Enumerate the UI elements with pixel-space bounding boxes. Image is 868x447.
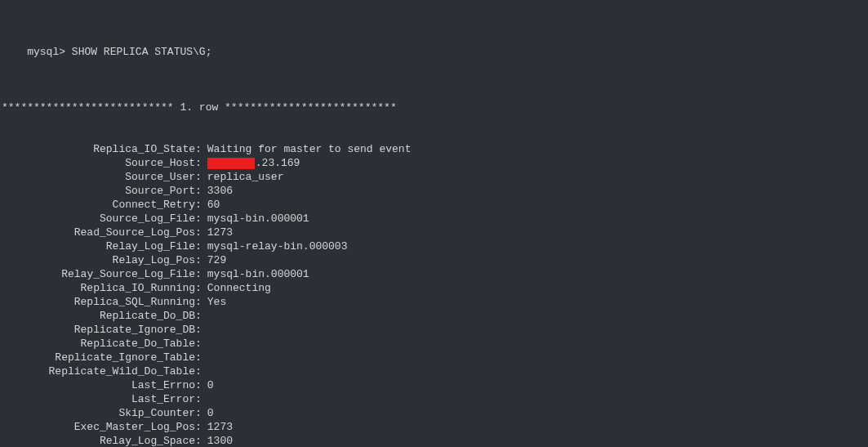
- colon: :: [195, 337, 202, 351]
- status-value: [202, 309, 207, 323]
- colon: :: [195, 434, 202, 447]
- colon: :: [195, 420, 202, 434]
- status-label: Exec_Master_Log_Pos: [2, 420, 195, 434]
- status-label: Replicate_Ignore_DB: [2, 323, 195, 337]
- colon: :: [195, 198, 202, 212]
- status-row: Replicate_Ignore_Table:: [0, 351, 868, 364]
- colon: :: [195, 392, 202, 406]
- status-row: Replicate_Do_DB:: [0, 309, 868, 323]
- status-row: Read_Source_Log_Pos:1273: [0, 226, 868, 239]
- colon: :: [195, 226, 202, 239]
- status-row: Replicate_Ignore_DB:: [0, 323, 868, 337]
- status-row: Replica_IO_Running:Connecting: [0, 281, 868, 295]
- status-label: Replica_SQL_Running: [2, 295, 195, 309]
- status-label: Source_Port: [2, 184, 195, 198]
- status-label: Replica_IO_Running: [2, 281, 195, 295]
- status-value: mysql-bin.000001: [202, 212, 309, 226]
- status-row: Last_Error:: [0, 392, 868, 406]
- status-row: Source_Port:3306: [0, 184, 868, 198]
- status-row: Replicate_Do_Table:: [0, 337, 868, 351]
- status-label: Relay_Source_Log_File: [2, 267, 195, 281]
- status-row: Exec_Master_Log_Pos:1273: [0, 420, 868, 434]
- colon: :: [195, 351, 202, 364]
- status-value: 3306: [202, 184, 233, 198]
- status-row: Relay_Log_File:mysql-relay-bin.000003: [0, 239, 868, 253]
- colon: :: [195, 253, 202, 267]
- status-value: 60: [202, 198, 220, 212]
- colon: :: [195, 295, 202, 309]
- status-row: Relay_Log_Space:1300: [0, 434, 868, 447]
- status-row: Skip_Counter:0: [0, 406, 868, 420]
- status-row: Source_Log_File:mysql-bin.000001: [0, 212, 868, 226]
- status-row: Relay_Log_Pos:729: [0, 253, 868, 267]
- status-label: Relay_Log_File: [2, 239, 195, 253]
- status-label: Source_Host: [2, 156, 195, 170]
- status-row: Replica_IO_State:Waiting for master to s…: [0, 142, 868, 156]
- status-row: Source_Host:.23.169: [0, 156, 868, 170]
- status-label: Source_User: [2, 170, 195, 184]
- colon: :: [195, 170, 202, 184]
- status-label: Relay_Log_Pos: [2, 253, 195, 267]
- colon: :: [195, 267, 202, 281]
- colon: :: [195, 309, 202, 323]
- colon: :: [195, 378, 202, 392]
- status-value: 1273: [202, 420, 233, 434]
- status-row: Connect_Retry:60: [0, 198, 868, 212]
- colon: :: [195, 142, 202, 156]
- status-value-text: .23.169: [256, 156, 300, 170]
- status-value: .23.169: [202, 156, 300, 170]
- status-value: replica_user: [202, 170, 284, 184]
- status-rows: Replica_IO_State:Waiting for master to s…: [0, 142, 868, 447]
- status-value: [202, 337, 207, 351]
- command-text: SHOW REPLICA STATUS\G;: [72, 46, 212, 58]
- status-label: Skip_Counter: [2, 406, 195, 420]
- status-row: Source_User:replica_user: [0, 170, 868, 184]
- status-label: Replica_IO_State: [2, 142, 195, 156]
- status-row: Relay_Source_Log_File:mysql-bin.000001: [0, 267, 868, 281]
- status-label: Replicate_Ignore_Table: [2, 351, 195, 364]
- colon: :: [195, 212, 202, 226]
- status-label: Last_Error: [2, 392, 195, 406]
- status-value: [202, 323, 207, 337]
- status-value: Connecting: [202, 281, 271, 295]
- status-label: Connect_Retry: [2, 198, 195, 212]
- colon: :: [195, 406, 202, 420]
- status-value: [202, 392, 207, 406]
- status-row: Replica_SQL_Running:Yes: [0, 295, 868, 309]
- status-label: Last_Errno: [2, 378, 195, 392]
- status-label: Source_Log_File: [2, 212, 195, 226]
- status-value: 729: [202, 253, 226, 267]
- status-value: mysql-relay-bin.000003: [202, 239, 348, 253]
- colon: :: [195, 364, 202, 378]
- status-label: Relay_Log_Space: [2, 434, 195, 447]
- status-label: Replicate_Wild_Do_Table: [2, 364, 195, 378]
- colon: :: [195, 323, 202, 337]
- colon: :: [195, 184, 202, 198]
- status-value: 0: [202, 378, 214, 392]
- status-value: [202, 364, 207, 378]
- status-row: Last_Errno:0: [0, 378, 868, 392]
- colon: :: [195, 281, 202, 295]
- terminal-output[interactable]: mysql> SHOW REPLICA STATUS\G; **********…: [0, 3, 868, 447]
- colon: :: [195, 239, 202, 253]
- status-label: Replicate_Do_Table: [2, 337, 195, 351]
- status-value: 1300: [202, 434, 233, 447]
- row-separator: *************************** 1. row *****…: [0, 101, 868, 114]
- colon: :: [195, 156, 202, 170]
- status-label: Replicate_Do_DB: [2, 309, 195, 323]
- status-value: mysql-bin.000001: [202, 267, 309, 281]
- command-line: mysql> SHOW REPLICA STATUS\G;: [0, 31, 868, 73]
- status-row: Replicate_Wild_Do_Table:: [0, 364, 868, 378]
- status-value: Waiting for master to send event: [202, 142, 412, 156]
- prompt: mysql>: [27, 46, 65, 58]
- status-value: [202, 351, 207, 364]
- status-value: 0: [202, 406, 214, 420]
- status-value: Yes: [202, 295, 226, 309]
- status-value: 1273: [202, 226, 233, 239]
- status-label: Read_Source_Log_Pos: [2, 226, 195, 239]
- redacted-block: [207, 158, 255, 169]
